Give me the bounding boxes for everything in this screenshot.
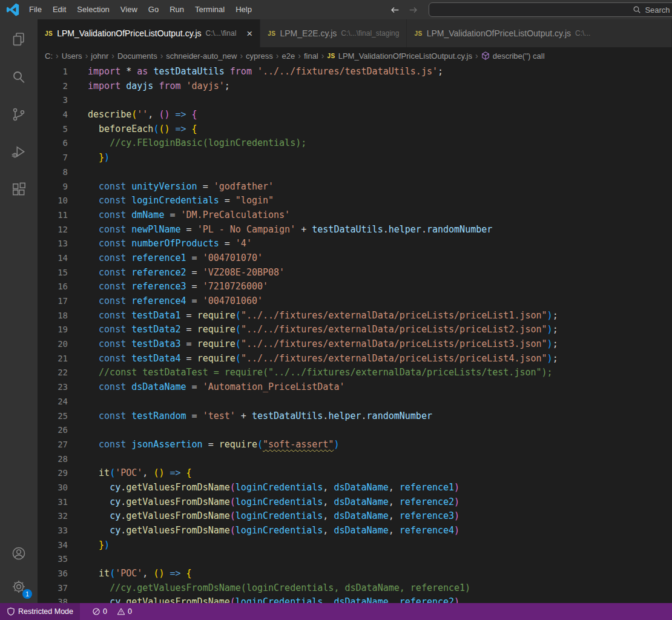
code-text: import dayjs from 'dayjs';: [68, 79, 230, 94]
menu-view[interactable]: View: [115, 0, 143, 19]
activity-account[interactable]: [0, 536, 38, 570]
menu-run[interactable]: Run: [164, 0, 189, 19]
code-line[interactable]: 33 cy.getValuesFromDsName(loginCredentia…: [38, 524, 672, 538]
code-line[interactable]: 3: [38, 93, 672, 108]
breadcrumb-file-label: LPM_ValidationOfPriceListOutput.cy.js: [338, 51, 472, 61]
menu-terminal[interactable]: Terminal: [189, 0, 230, 19]
code-line[interactable]: 29 it('POC', () => {: [38, 466, 672, 481]
line-number: 33: [38, 524, 68, 538]
code-line[interactable]: 25 const testRandom = 'test' + testDataU…: [38, 409, 672, 424]
menu-file[interactable]: File: [24, 0, 47, 19]
code-line[interactable]: 26: [38, 423, 672, 438]
breadcrumb-item-final[interactable]: final: [303, 51, 320, 61]
restricted-mode-item[interactable]: Restricted Mode: [0, 603, 80, 620]
code-line[interactable]: 21 const testData4 = require("../../fixt…: [38, 352, 672, 366]
tab-label: LPM_ValidationOfPriceListOutput.cy.js: [427, 28, 571, 38]
line-number: 15: [38, 266, 68, 280]
code-line[interactable]: 13 const numberOfProducts = '4': [38, 237, 672, 251]
command-center-search[interactable]: Search: [429, 2, 672, 17]
code-line[interactable]: 31 cy.getValuesFromDsName(loginCredentia…: [38, 495, 672, 510]
breadcrumb-item-e2e[interactable]: e2e: [281, 51, 297, 61]
editor-lines: 1import * as testDataUtils from '../../f…: [38, 65, 672, 603]
code-line[interactable]: 19 const testData2 = require("../../fixt…: [38, 323, 672, 337]
code-text: const newPlName = 'PL - No Campaign' + t…: [68, 223, 492, 237]
breadcrumb-item-cypress[interactable]: cypress: [245, 51, 274, 61]
tab-path: C:\...: [575, 29, 590, 38]
code-line[interactable]: 4describe('', () => {: [38, 108, 672, 122]
code-line[interactable]: 6 //cy.FEloginBasic(loginCredentials);: [38, 136, 672, 151]
line-number: 2: [38, 79, 68, 94]
breadcrumb-item-c-[interactable]: C:: [44, 51, 54, 61]
menu-help[interactable]: Help: [230, 0, 257, 19]
breadcrumb-item-schneider-auto-new[interactable]: schneider-auto_new: [165, 51, 238, 61]
menu-selection[interactable]: Selection: [71, 0, 114, 19]
breadcrumb-item-users[interactable]: Users: [61, 51, 84, 61]
close-icon[interactable]: ×: [246, 28, 252, 39]
code-line[interactable]: 12 const newPlName = 'PL - No Campaign' …: [38, 223, 672, 237]
code-line[interactable]: 15 const reference2 = 'VZ208E-20BP08': [38, 266, 672, 280]
activity-explorer[interactable]: [0, 21, 38, 58]
code-line[interactable]: 35: [38, 552, 672, 567]
code-text: cy.getValuesFromDsName(loginCredentials,…: [68, 481, 460, 495]
breadcrumb-symbol[interactable]: describe('') call: [480, 51, 546, 61]
activity-bar: 1: [0, 19, 38, 603]
line-number: 12: [38, 223, 68, 237]
code-line[interactable]: 23 const dsDataName = 'Automation_PriceL…: [38, 380, 672, 395]
tab-3[interactable]: JSLPM_ValidationOfPriceListOutput.cy.jsC…: [407, 19, 672, 47]
code-line[interactable]: 17 const reference4 = '004701060': [38, 294, 672, 309]
code-line[interactable]: 18 const testData1 = require("../../fixt…: [38, 309, 672, 323]
code-line[interactable]: 9 const unityVersion = 'godfather': [38, 180, 672, 194]
code-text: const testRandom = 'test' + testDataUtil…: [68, 409, 432, 424]
code-line[interactable]: 36 it('POC', () => {: [38, 567, 672, 581]
code-text: const numberOfProducts = '4': [68, 237, 252, 251]
activity-run-debug[interactable]: [0, 133, 38, 171]
breadcrumb-file[interactable]: JSLPM_ValidationOfPriceListOutput.cy.js: [326, 51, 473, 61]
go-forward-button[interactable]: [408, 5, 418, 15]
js-file-icon: JS: [327, 53, 335, 59]
line-number: 5: [38, 122, 68, 137]
line-number: 30: [38, 481, 68, 495]
code-line[interactable]: 1import * as testDataUtils from '../../f…: [38, 65, 672, 79]
code-line[interactable]: 27 const jsonAssertion = require("soft-a…: [38, 438, 672, 452]
code-editor[interactable]: 1import * as testDataUtils from '../../f…: [38, 64, 672, 603]
code-line[interactable]: 22 //const testDataTest = require("../..…: [38, 366, 672, 380]
code-line[interactable]: 30 cy.getValuesFromDsName(loginCredentia…: [38, 481, 672, 495]
code-line[interactable]: 34 }): [38, 538, 672, 553]
code-line[interactable]: 37 //cy.getValuesFromDsName(loginCredent…: [38, 581, 672, 596]
activity-search[interactable]: [0, 58, 38, 96]
code-line[interactable]: 10 const loginCredentials = "login": [38, 194, 672, 208]
tab-label: LPM_E2E.cy.js: [280, 28, 337, 38]
code-line[interactable]: 14 const reference1 = '004701070': [38, 251, 672, 266]
code-text: const loginCredentials = "login": [68, 194, 274, 208]
code-text: const testData2 = require("../../fixture…: [68, 323, 558, 337]
code-line[interactable]: 16 const reference3 = '7210726000': [38, 280, 672, 294]
go-back-button[interactable]: [390, 5, 400, 15]
code-text: beforeEach(() => {: [68, 122, 197, 137]
code-text: const jsonAssertion = require("soft-asse…: [68, 438, 339, 452]
tab-1[interactable]: JSLPM_ValidationOfPriceListOutput.cy.jsC…: [38, 19, 260, 47]
problems-item[interactable]: 0 0: [87, 603, 137, 620]
code-line[interactable]: 28: [38, 452, 672, 467]
menu-go[interactable]: Go: [143, 0, 164, 19]
code-text: const reference2 = 'VZ208E-20BP08': [68, 266, 285, 280]
code-line[interactable]: 38 cy.getValuesFromDsName(loginCredentia…: [38, 595, 672, 603]
breadcrumb: C:›Users›johnr›Documents›schneider-auto_…: [38, 47, 672, 64]
activity-extensions[interactable]: [0, 171, 38, 208]
code-line[interactable]: 5 beforeEach(() => {: [38, 122, 672, 137]
line-number: 24: [38, 395, 68, 409]
shield-icon: [7, 607, 15, 616]
tab-2[interactable]: JSLPM_E2E.cy.jsC:\...\final_staging: [260, 19, 407, 47]
breadcrumb-item-documents[interactable]: Documents: [116, 51, 159, 61]
code-line[interactable]: 32 cy.getValuesFromDsName(loginCredentia…: [38, 509, 672, 524]
menu-edit[interactable]: Edit: [47, 0, 71, 19]
code-line[interactable]: 7 }): [38, 151, 672, 165]
code-text: }): [68, 151, 110, 165]
code-line[interactable]: 8: [38, 165, 672, 180]
code-line[interactable]: 20 const testData3 = require("../../fixt…: [38, 337, 672, 352]
code-line[interactable]: 2import dayjs from 'dayjs';: [38, 79, 672, 94]
code-line[interactable]: 24: [38, 395, 672, 409]
activity-source-control[interactable]: [0, 96, 38, 133]
breadcrumb-item-johnr[interactable]: johnr: [90, 51, 110, 61]
code-line[interactable]: 11 const dmName = 'DM.PreCalculations': [38, 208, 672, 223]
activity-settings[interactable]: 1: [0, 570, 38, 603]
